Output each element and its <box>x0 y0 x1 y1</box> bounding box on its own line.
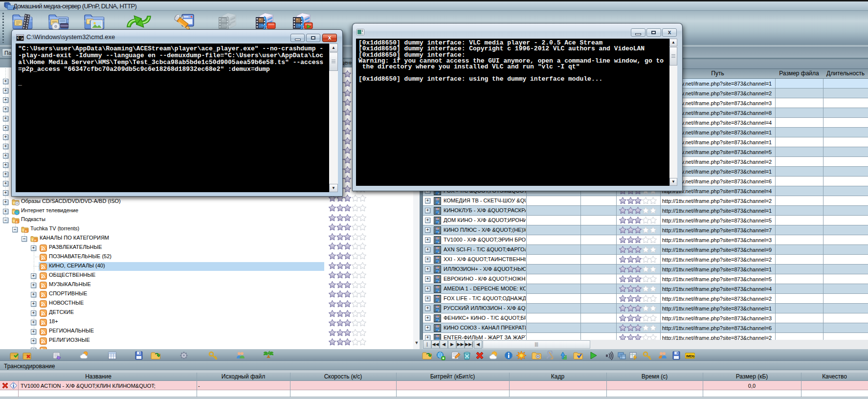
svg-text:C:\: C:\ <box>17 36 23 40</box>
svg-text:IMDb: IMDb <box>686 355 694 358</box>
